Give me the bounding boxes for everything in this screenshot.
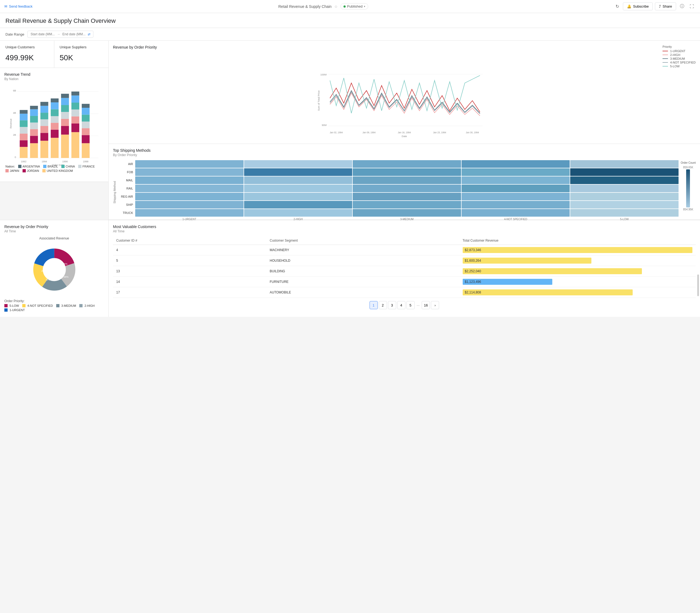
page-3-button[interactable]: 3 (388, 301, 396, 309)
cell-fob-urgent (135, 168, 244, 176)
label-fob: FOB (118, 168, 135, 176)
svg-rect-55 (82, 115, 90, 121)
customers-title: Most Valuable Customers (113, 224, 696, 229)
cell-rail-medium (353, 185, 461, 192)
revenue-trend-card: Revenue Trend By Nation 6B 4B 2B 0 Reven… (0, 68, 108, 182)
svg-rect-32 (51, 123, 59, 130)
top-row: Unique Customers 499.99K Unique Supplier… (0, 41, 700, 220)
customers-table: Customer ID # Customer Segment Total Cus… (113, 236, 696, 298)
subscribe-button[interactable]: 🔔 Subscribe (623, 2, 653, 10)
cell-rail-notspec (462, 185, 570, 192)
pie-legend-items: 5-LOW 4-NOT SPECIFIED 3-MEDIUM 2-HIGH 1-… (4, 304, 104, 312)
label-truck: TRUCK (118, 209, 135, 217)
chevron-down-icon: ▾ (364, 5, 365, 8)
segment-furniture: FURNITURE (267, 277, 459, 287)
cell-ship-high (244, 201, 352, 209)
bottom-row: Revenue by Order Priority All Time Assoc… (0, 220, 700, 317)
legend-not-specified: 4-NOT SPECIFIED (662, 61, 696, 64)
svg-text:4B: 4B (13, 112, 16, 114)
topbar-center: Retail Revenue & Supply Chain ☆ Publishe… (37, 3, 610, 10)
cell-rail-high (244, 185, 352, 192)
legend-urgent: 1-URGENT (662, 49, 696, 53)
page-1-button[interactable]: 1 (370, 301, 378, 309)
svg-rect-49 (72, 95, 79, 103)
cell-mail-urgent (135, 177, 244, 184)
svg-rect-14 (20, 114, 28, 120)
legend-color-brazil (43, 165, 47, 168)
page-header: Retail Revenue & Supply Chain Overview (0, 13, 700, 28)
star-icon[interactable]: ☆ (334, 4, 338, 9)
published-badge[interactable]: Published ▾ (340, 3, 368, 10)
svg-text:Revenue: Revenue (10, 119, 12, 128)
page-2-button[interactable]: 2 (379, 301, 387, 309)
svg-rect-20 (30, 116, 38, 122)
cell-truck-urgent (135, 209, 244, 217)
svg-rect-39 (61, 119, 69, 126)
pie-title: Revenue by Order Priority (4, 224, 104, 229)
page-5-button[interactable]: 5 (406, 301, 415, 309)
revenue-bar-17: $2,114,808 (463, 289, 633, 295)
svg-rect-44 (72, 132, 79, 158)
svg-rect-13 (20, 120, 28, 127)
segment-machinery: MACHINERY (267, 245, 459, 256)
svg-rect-42 (61, 98, 69, 105)
filter-bar: Date Range Start date (MM... → End date … (0, 28, 700, 41)
legend-uk: UNITED KINGDOM (42, 169, 73, 172)
legend-color-france (78, 165, 81, 168)
legend-low: 5-LOW (662, 65, 696, 68)
colorbar-max: 859.65K (683, 166, 693, 169)
scroll-indicator[interactable] (697, 274, 699, 296)
customer-id-14: 14 (113, 277, 267, 287)
svg-rect-48 (72, 103, 79, 109)
calendar-icon: ⇄ (88, 32, 90, 36)
cell-air-urgent (135, 160, 244, 168)
revenue-cell-4: $2,873,346 (459, 245, 696, 256)
page-dots: ··· (416, 303, 421, 307)
cell-mail-high (244, 177, 352, 184)
col-id: Customer ID # (113, 236, 267, 245)
legend-japan: JAPAN (5, 169, 19, 172)
svg-rect-46 (72, 116, 79, 123)
revenue-cell-14: $1,123,496 (459, 277, 696, 287)
pie-legend-notspec: 4-NOT SPECIFIED (22, 304, 53, 307)
pie-card: Revenue by Order Priority All Time Assoc… (0, 220, 108, 317)
date-range-input[interactable]: Start date (MM... → End date (MM... ⇄ (27, 31, 93, 38)
fullscreen-button[interactable]: ⛶ (688, 2, 696, 11)
svg-text:1994: 1994 (41, 160, 47, 163)
page-16-button[interactable]: 16 (422, 301, 430, 309)
label-air: AIR (118, 160, 135, 168)
svg-text:90M: 90M (322, 124, 327, 127)
svg-rect-22 (30, 106, 38, 109)
pie-legend-medium: 3-MEDIUM (56, 304, 76, 307)
colorbar-container: Order Count 859.65K 854.95K (681, 160, 696, 211)
legend-china: CHINA (61, 165, 75, 168)
legend-jordan: JORDAN (23, 169, 39, 172)
send-feedback-button[interactable]: ✉ Send feedback (4, 4, 33, 9)
cell-air-high (244, 160, 352, 168)
legend-color-argentina (18, 165, 22, 168)
segment-building: BUILDING (267, 266, 459, 277)
svg-rect-34 (51, 109, 59, 116)
kpi-row: Unique Customers 499.99K Unique Supplier… (0, 41, 108, 68)
page-4-button[interactable]: 4 (397, 301, 405, 309)
shipping-y-title: Shipping Method (113, 180, 116, 205)
revenue-cell-17: $2,114,808 (459, 287, 696, 298)
next-page-button[interactable]: › (431, 301, 439, 309)
svg-text:Jan 09, 1994: Jan 09, 1994 (363, 131, 376, 134)
info-button[interactable]: ⓘ (678, 2, 686, 11)
svg-text:Sum of Total Price: Sum of Total Price (317, 90, 320, 111)
share-button[interactable]: ⤴ Share (655, 2, 676, 10)
svg-text:6B: 6B (13, 89, 16, 92)
segment-automobile: AUTOMOBILE (267, 287, 459, 298)
pie-legend-label: Order Priority: (4, 299, 25, 303)
cell-regair-medium (353, 193, 461, 200)
legend-label-nation: Nation: (5, 165, 15, 168)
label-rail: RAIL (118, 185, 135, 192)
feedback-label: Send feedback (9, 4, 33, 9)
cell-truck-low (570, 209, 678, 217)
refresh-button[interactable]: ↻ (614, 2, 621, 11)
svg-text:Jan 02, 1994: Jan 02, 1994 (329, 131, 343, 134)
svg-rect-50 (72, 91, 79, 95)
pagination: 1 2 3 4 5 ··· 16 › (113, 298, 696, 312)
revenue-trend-subtitle: By Nation (4, 77, 104, 81)
